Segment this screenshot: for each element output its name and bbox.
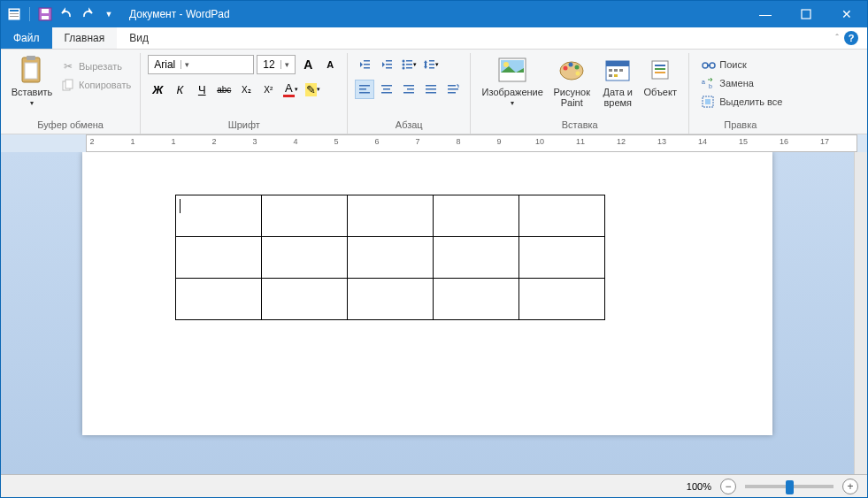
svg-rect-40 bbox=[426, 92, 436, 94]
insert-image-button[interactable]: Изображение ▾ bbox=[478, 55, 547, 107]
zoom-in-button[interactable]: + bbox=[842, 479, 858, 494]
svg-rect-65 bbox=[707, 65, 711, 66]
table-cell[interactable] bbox=[348, 279, 434, 320]
strike-button[interactable]: abc bbox=[214, 80, 234, 99]
svg-rect-22 bbox=[406, 60, 412, 62]
align-justify-button[interactable] bbox=[421, 80, 441, 99]
svg-rect-15 bbox=[364, 67, 370, 69]
svg-rect-14 bbox=[364, 64, 370, 65]
svg-point-51 bbox=[576, 72, 580, 76]
table-cell[interactable] bbox=[519, 237, 605, 279]
replace-icon: ab bbox=[702, 76, 716, 90]
save-icon[interactable] bbox=[37, 6, 53, 22]
undo-icon[interactable] bbox=[58, 6, 74, 22]
table-cell[interactable] bbox=[434, 195, 519, 237]
bold-button[interactable]: Ж bbox=[148, 80, 167, 99]
svg-rect-18 bbox=[386, 67, 392, 69]
vertical-scrollbar[interactable] bbox=[854, 152, 867, 474]
svg-text:a: a bbox=[702, 79, 705, 85]
highlight-button[interactable]: ✎▾ bbox=[303, 80, 322, 99]
minimize-button[interactable]: — bbox=[745, 1, 786, 27]
copy-button[interactable]: Копировать bbox=[59, 77, 133, 93]
chevron-down-icon: ▾ bbox=[511, 99, 514, 107]
svg-rect-61 bbox=[655, 68, 665, 70]
close-button[interactable]: ✕ bbox=[826, 1, 867, 27]
align-center-button[interactable] bbox=[377, 80, 396, 99]
collapse-ribbon-icon[interactable]: ˆ bbox=[835, 33, 839, 43]
insert-object-button[interactable]: Объект bbox=[639, 55, 681, 97]
table-cell[interactable] bbox=[176, 279, 262, 320]
table-cell[interactable] bbox=[262, 237, 348, 279]
table-cell[interactable] bbox=[348, 237, 434, 279]
svg-point-50 bbox=[575, 65, 580, 70]
paste-button[interactable]: Вставить ▾ bbox=[8, 55, 56, 107]
svg-rect-6 bbox=[42, 16, 49, 19]
increase-indent-button[interactable] bbox=[377, 55, 396, 74]
ribbon: Вставить ▾ ✂ Вырезать Копировать bbox=[1, 50, 867, 134]
svg-point-21 bbox=[403, 67, 405, 70]
copy-icon bbox=[61, 78, 75, 92]
zoom-out-button[interactable]: − bbox=[720, 479, 736, 494]
group-clipboard-label: Буфер обмена bbox=[8, 118, 133, 132]
document-table[interactable] bbox=[175, 195, 605, 320]
bullets-button[interactable]: ▾ bbox=[399, 55, 419, 74]
table-cell[interactable] bbox=[176, 237, 262, 279]
statusbar: 100% − + bbox=[1, 474, 867, 497]
insert-image-label: Изображение bbox=[482, 87, 543, 97]
table-cell[interactable] bbox=[434, 279, 519, 320]
svg-point-19 bbox=[403, 60, 405, 63]
svg-rect-35 bbox=[403, 85, 414, 87]
replace-button[interactable]: ab Замена bbox=[700, 75, 784, 91]
table-cell[interactable] bbox=[176, 195, 262, 237]
object-icon bbox=[646, 55, 674, 85]
file-tab[interactable]: Файл bbox=[1, 27, 52, 49]
table-cell[interactable] bbox=[262, 195, 348, 237]
insert-datetime-button[interactable]: Дата и время bbox=[596, 55, 639, 108]
group-editing: Поиск ab Замена Выделить все Правка bbox=[689, 53, 791, 134]
svg-rect-27 bbox=[429, 64, 434, 65]
find-button[interactable]: Поиск bbox=[700, 57, 784, 73]
table-cell[interactable] bbox=[434, 237, 519, 279]
svg-rect-69 bbox=[705, 99, 711, 104]
svg-rect-41 bbox=[448, 85, 456, 87]
select-all-label: Выделить все bbox=[719, 96, 782, 107]
maximize-button[interactable] bbox=[786, 1, 826, 27]
svg-rect-58 bbox=[614, 74, 618, 77]
home-tab[interactable]: Главная bbox=[52, 27, 118, 49]
align-left-button[interactable] bbox=[355, 80, 374, 99]
qat-customize-icon[interactable]: ▼ bbox=[101, 6, 117, 22]
paragraph-dialog-button[interactable] bbox=[443, 80, 463, 99]
font-color-button[interactable]: A▾ bbox=[280, 80, 300, 99]
redo-icon[interactable] bbox=[80, 6, 96, 22]
svg-rect-34 bbox=[381, 92, 392, 94]
svg-rect-17 bbox=[386, 64, 392, 65]
scissors-icon: ✂ bbox=[61, 59, 75, 73]
font-name-combo[interactable]: Arial▾ bbox=[148, 55, 254, 74]
insert-paint-button[interactable]: Рисунок Paint bbox=[547, 55, 596, 108]
view-tab[interactable]: Вид bbox=[117, 27, 161, 49]
grow-font-button[interactable]: A bbox=[298, 55, 318, 74]
help-icon[interactable]: ? bbox=[844, 31, 858, 45]
table-cell[interactable] bbox=[348, 195, 434, 237]
select-all-button[interactable]: Выделить все bbox=[700, 94, 784, 110]
table-cell[interactable] bbox=[519, 279, 605, 320]
table-cell[interactable] bbox=[519, 195, 605, 237]
shrink-font-button[interactable]: A bbox=[320, 55, 340, 74]
insert-datetime-label: Дата и время bbox=[596, 87, 639, 108]
svg-rect-42 bbox=[448, 88, 458, 90]
font-size-combo[interactable]: 12▾ bbox=[257, 55, 296, 74]
subscript-button[interactable]: X₂ bbox=[236, 80, 256, 99]
table-cell[interactable] bbox=[262, 279, 348, 320]
underline-button[interactable]: Ч bbox=[192, 80, 211, 99]
document-area[interactable] bbox=[1, 152, 854, 474]
italic-button[interactable]: К bbox=[170, 80, 189, 99]
align-right-button[interactable] bbox=[399, 80, 419, 99]
cut-button[interactable]: ✂ Вырезать bbox=[59, 58, 133, 74]
decrease-indent-button[interactable] bbox=[355, 55, 374, 74]
group-paragraph: ▾ ▾ Абзац bbox=[348, 53, 471, 134]
line-spacing-button[interactable]: ▾ bbox=[421, 55, 441, 74]
svg-point-20 bbox=[403, 64, 405, 66]
paint-palette-icon bbox=[557, 55, 586, 85]
superscript-button[interactable]: X² bbox=[258, 80, 278, 99]
zoom-slider[interactable] bbox=[745, 485, 833, 488]
